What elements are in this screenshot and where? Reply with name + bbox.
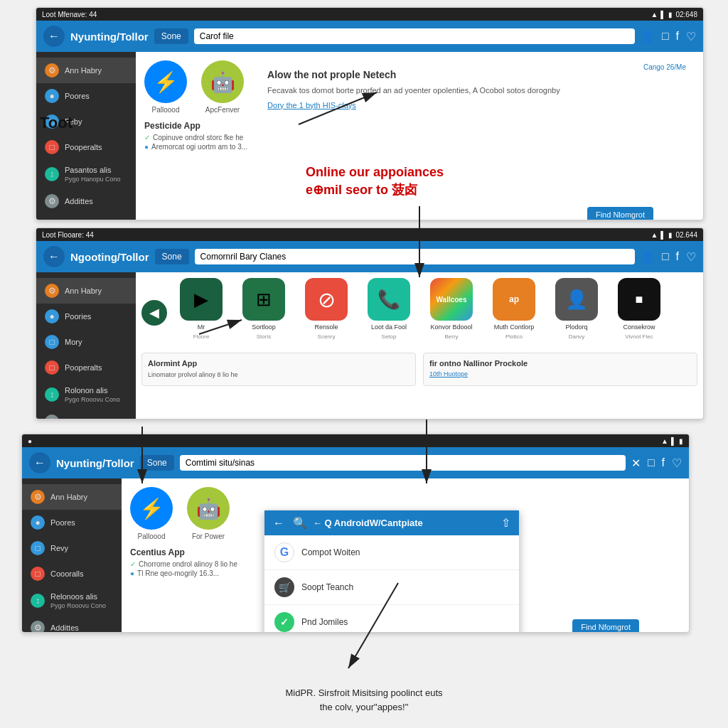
- app-name-muth: Muth Contlorp: [494, 323, 535, 331]
- sidebar-icon-poores-1: ●: [45, 89, 59, 103]
- nav-bar-3: ← Nyunting/Tollor Sone ✕ □ f ♡: [22, 447, 689, 478]
- find-btn-1[interactable]: Find Nlomgrot: [587, 207, 653, 220]
- info-link-1[interactable]: Dory the 1 byth HIS-clays: [267, 101, 686, 109]
- caption-line1: MidPR. Sirsfroit Misitsing poolinct euts: [285, 686, 442, 700]
- app-grid-item-mr[interactable]: ▶ Mr Floore: [173, 278, 230, 340]
- sidebar-item-1-poop[interactable]: □ Pooperalts: [36, 134, 136, 160]
- app-sub-konv: Berry: [444, 333, 458, 340]
- overlay-line1: Online our appoiances: [306, 164, 444, 181]
- app-name-mr: Mr: [198, 323, 205, 331]
- app-icon-loot: 📞: [368, 278, 410, 321]
- sidebar-item-2-mory[interactable]: □ Mory: [36, 329, 136, 355]
- sidebar-3: ⚙ Ann Habry ● Poores □ Revy □ Coooralls …: [22, 478, 122, 633]
- camera-icon-3[interactable]: □: [648, 456, 655, 470]
- sidebar-label-poop-2: Pooperalts: [65, 363, 102, 372]
- sidebar-icon-poores-3: ●: [31, 515, 45, 530]
- back-btn-3[interactable]: ←: [29, 452, 50, 473]
- sidebar-item-2-add[interactable]: ⚙ Addittes: [36, 409, 136, 419]
- info-desc-1: Fecavak tos dornot borte prorfed an ad y…: [267, 85, 686, 97]
- pesticide-text-3-1: Chorrome ondrol alinoy 8 lio he: [139, 560, 237, 568]
- app-grid-item-rens[interactable]: ⊘ Rensole Scenry: [298, 278, 355, 340]
- share-icon-2[interactable]: f: [676, 250, 679, 264]
- app-icon-muth: ap: [493, 278, 535, 321]
- share-icon-3[interactable]: f: [662, 456, 665, 470]
- signal-icon-3: ▌: [671, 437, 676, 445]
- back-btn-1[interactable]: ←: [43, 26, 65, 47]
- dropdown-item-2[interactable]: 🛒 Soopt Teanch: [264, 570, 519, 605]
- check-icon-1: ✓: [144, 134, 150, 141]
- sidebar-item-3-ann[interactable]: ⚙ Ann Habry: [22, 484, 122, 510]
- status-bar-right-3: ▲ ▌ ▮: [661, 437, 683, 445]
- sidebar-item-1-poores[interactable]: ● Poores: [36, 83, 136, 109]
- camera-icon-2[interactable]: □: [662, 250, 669, 264]
- nav-sone-btn-1[interactable]: Sone: [154, 28, 188, 44]
- back-btn-2[interactable]: ←: [43, 246, 65, 267]
- sidebar-item-3-rel[interactable]: ↕ Relonoos alis Pygo Rooovu Cono: [22, 587, 122, 615]
- app-grid-item-muth[interactable]: ap Muth Contlorp Plotico: [486, 278, 542, 340]
- app-sub-mr: Floore: [193, 333, 210, 340]
- time-2: 02.644: [675, 231, 697, 239]
- find-btn-3[interactable]: Find Nfomgrot: [572, 619, 639, 633]
- app-grid-item-loot[interactable]: 📞 Loot da Fool Setop: [360, 278, 417, 340]
- nav-icons-1: 👤 □ f ♡: [641, 30, 696, 43]
- status-bar-right-2: ▲ ▌ ▮ 02.644: [651, 231, 697, 239]
- top-right-link-1[interactable]: Cango 26/Me: [643, 63, 686, 71]
- sidebar-icon-ann-2: ⚙: [45, 284, 59, 298]
- sidebar-icon-cooor-3: □: [31, 567, 45, 581]
- sidebar-item-3-poores[interactable]: ● Poores: [22, 510, 122, 535]
- sidebar-item-2-ann[interactable]: ⚙ Ann Habry: [36, 278, 136, 304]
- sidebar-item-2-poories[interactable]: ● Poories: [36, 304, 136, 329]
- sidebar-item-3-revy[interactable]: □ Revy: [22, 535, 122, 561]
- status-bar-2: Loot Flooare: 44 ▲ ▌ ▮ 02.644: [36, 228, 703, 241]
- share-icon-1[interactable]: f: [676, 30, 679, 43]
- status-app-name-2: Loot Flooare: 44: [42, 231, 94, 239]
- sidebar-item-1-add[interactable]: ⚙ Addittes: [36, 188, 136, 214]
- app-sub-muth: Plotico: [505, 333, 523, 340]
- status-bar-3: ● ▲ ▌ ▮: [22, 434, 689, 447]
- dropdown-item-3[interactable]: ✓ Pnd Jomiles: [264, 605, 519, 633]
- battery-icon-1: ▮: [668, 11, 673, 18]
- app-grid-item-cons[interactable]: ■ Consekrow Vivnot Flec: [611, 278, 668, 340]
- camera-icon-1[interactable]: □: [662, 30, 669, 43]
- panel-3-wrapper: ● ▲ ▌ ▮ ← Nyunting/Tollor Sone ✕ □ f ♡: [21, 434, 690, 636]
- section-link-2[interactable]: 10th Huotope: [429, 370, 691, 378]
- heart-icon-3[interactable]: ♡: [672, 456, 682, 470]
- app-grid-item-sort[interactable]: ⊞ Sortloop Storis: [235, 278, 292, 340]
- dropdown-back-icon[interactable]: ←: [273, 517, 284, 530]
- heart-icon-2[interactable]: ♡: [686, 250, 696, 264]
- nav-search-1[interactable]: [194, 28, 635, 44]
- sidebar-item-3-add[interactable]: ⚙ Addittes: [22, 615, 122, 633]
- app-grid-item-plod[interactable]: 👤 Plodorq Danvy: [548, 278, 605, 340]
- person-icon-2[interactable]: 👤: [641, 250, 655, 264]
- heart-icon-1[interactable]: ♡: [686, 30, 696, 43]
- sidebar-2: ⚙ Ann Habry ● Poories □ Mory □ Pooperalt…: [36, 272, 136, 419]
- dropdown-search-icon: 🔍: [293, 516, 307, 530]
- sidebar-item-2-poop[interactable]: □ Pooperalts: [36, 355, 136, 380]
- wifi-icon-3: ▲: [661, 437, 668, 445]
- dropdown-item-text-3: Pnd Jomiles: [301, 617, 348, 627]
- nav-search-3[interactable]: [180, 455, 626, 471]
- app-sub-rens: Scenry: [318, 333, 336, 340]
- app-grid-item-konv[interactable]: Wallcoes Konvor Bdoool Berry: [423, 278, 480, 340]
- status-app-name-1: Loot Mfenave: 44: [42, 11, 97, 18]
- sidebar-item-1-pass[interactable]: ↕ Pasantos alis Pygo Hanopu Cono: [36, 160, 136, 188]
- sidebar-item-2-rol[interactable]: ↕ Rolonon alis Pygo Rooovu Cono: [36, 380, 136, 409]
- nav-sone-btn-3[interactable]: Sone: [140, 455, 174, 471]
- nav-bar-1: ← Nyunting/Tollor Sone 👤 □ f ♡: [36, 21, 703, 52]
- close-icon-3[interactable]: ✕: [631, 456, 641, 470]
- dropdown-item-1[interactable]: G Compot Woiten: [264, 535, 519, 570]
- status-bar-1: Loot Mfenave: 44 ▲ ▌ ▮ 02:648: [36, 8, 703, 21]
- dropdown-title-3: ← Q AndroidW/Cantpiate: [313, 518, 496, 528]
- app-icon-konv: Wallcoes: [430, 278, 473, 321]
- nav-search-2[interactable]: [195, 249, 635, 264]
- app-icons-row-1: ⚡ Palloood 🤖 ApcFenver: [144, 60, 247, 114]
- person-icon-1[interactable]: 👤: [641, 30, 655, 43]
- sidebar-item-3-cooor[interactable]: □ Coooralls: [22, 561, 122, 587]
- app-sub-plod: Danvy: [569, 333, 585, 340]
- dropdown-share-icon-3[interactable]: ⇧: [501, 516, 510, 530]
- panel-2-wrapper: Loot Flooare: 44 ▲ ▌ ▮ 02.644 ← Ngooting…: [36, 228, 704, 422]
- bullet-icon-3: ●: [130, 569, 134, 577]
- nav-sone-btn-2[interactable]: Sone: [155, 249, 189, 264]
- sidebar-item-1-ann[interactable]: ⚙ Ann Habry: [36, 58, 136, 83]
- sidebar-sub-rel-3: Pygo Rooovu Cono: [50, 602, 106, 609]
